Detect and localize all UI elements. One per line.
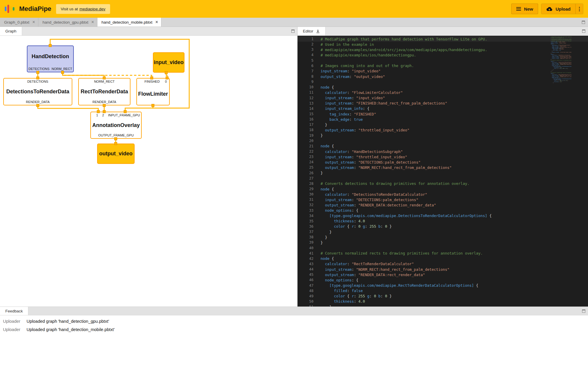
line-number: 19 xyxy=(298,133,313,138)
line-number: 29 xyxy=(298,187,313,191)
code-line[interactable]: 11 calculator: "FlowLimiterCalculator" xyxy=(298,90,588,95)
code-line[interactable]: 37 } xyxy=(298,229,588,234)
code-line[interactable]: 5 xyxy=(298,58,588,63)
graph-node-output-video[interactable]: output_video xyxy=(97,144,135,164)
line-content: input_stream: "throttled_input_video" xyxy=(313,155,407,159)
maximize-panel-icon[interactable] xyxy=(582,21,585,24)
graph-maximize-icon[interactable] xyxy=(291,30,295,33)
mediapipe-dev-link[interactable]: mediapipe.dev xyxy=(79,7,105,11)
code-line[interactable]: 49 color { r: 255 g: 0 b: 0 } xyxy=(298,294,588,299)
tab-close-icon[interactable]: × xyxy=(32,20,35,25)
file-tabbar: Graph_0.pbtxt×hand_detection_gpu.pbtxt×h… xyxy=(0,18,588,27)
code-line[interactable]: 43 calculator: "RectToRenderDataCalculat… xyxy=(298,261,588,267)
code-line[interactable]: 6# Images coming into and out of the gra… xyxy=(298,63,588,69)
editor-minimap[interactable]: # MediaPipe graph that performs hand det… xyxy=(551,37,571,84)
line-content: calculator: "RectToRenderDataCalculator" xyxy=(313,262,414,266)
line-content: node { xyxy=(313,256,334,261)
code-line[interactable]: 8output_stream: "output_video" xyxy=(298,74,588,79)
code-line[interactable]: 17 } xyxy=(298,122,588,127)
file-tab[interactable]: hand_detection_mobile.pbtxt× xyxy=(97,18,161,27)
code-line[interactable]: 28# Converts detections to drawing primi… xyxy=(298,181,588,186)
code-line[interactable]: 7input_stream: "input_video" xyxy=(298,69,588,74)
file-tab[interactable]: hand_detection_gpu.pbtxt× xyxy=(38,18,97,27)
code-line[interactable]: 36 color { r: 0 g: 255 b: 0 } xyxy=(298,224,588,229)
code-line[interactable]: 9 xyxy=(298,79,588,84)
port-label: DETECTIONS xyxy=(27,80,48,83)
code-line[interactable]: 47 [type.googleapis.com/mediapipe.RectTo… xyxy=(298,283,588,288)
code-line[interactable]: 40 xyxy=(298,245,588,250)
graph-node-flow-limiter[interactable]: FINISHED0FlowLimiter xyxy=(136,78,170,105)
code-line[interactable]: 15 tag_index: "FINISHED" xyxy=(298,111,588,117)
line-number: 14 xyxy=(298,107,313,111)
code-line[interactable]: 25 output_stream: "NORM_RECT:hand_rect_f… xyxy=(298,165,588,170)
graph-tab-label: Graph xyxy=(5,29,17,33)
log-source: Uploader xyxy=(3,319,20,324)
mediapipe-logo-icon xyxy=(5,4,14,14)
code-line[interactable]: 16 back_edge: true xyxy=(298,117,588,122)
tabbar-right xyxy=(582,18,588,27)
code-line[interactable]: 12 input_stream: "input_video" xyxy=(298,95,588,101)
code-line[interactable]: 42node { xyxy=(298,256,588,261)
line-content: } xyxy=(313,171,323,175)
code-line[interactable]: 3# mediapipie/examples/android/src/java/… xyxy=(298,47,588,52)
code-line[interactable]: 45 output_stream: "RENDER_DATA:rect_rend… xyxy=(298,272,588,277)
code-line[interactable]: 35 thickness: 4.0 xyxy=(298,219,588,224)
code-line[interactable]: 21node { xyxy=(298,144,588,149)
code-line[interactable]: 48 filled: false xyxy=(298,288,588,294)
code-line[interactable]: 39} xyxy=(298,240,588,245)
code-line[interactable]: 29node { xyxy=(298,186,588,192)
line-number: 40 xyxy=(298,246,313,250)
graph-canvas[interactable]: HandDetectionDETECTIONSNORM_RECTinput_vi… xyxy=(0,36,297,307)
code-line[interactable]: 27 xyxy=(298,176,588,181)
code-line[interactable]: 22 calculator: "HandDetectionSubgraph" xyxy=(298,149,588,154)
code-line[interactable]: 18 output_stream: "throttled_input_video… xyxy=(298,127,588,133)
code-line[interactable]: 32 output_stream: "RENDER_DATA:detection… xyxy=(298,202,588,208)
code-line[interactable]: 2# Used in the example in xyxy=(298,42,588,47)
code-line[interactable]: 26} xyxy=(298,170,588,176)
code-line[interactable]: 51 } xyxy=(298,304,588,307)
graph-node-detections-to-render-data[interactable]: DETECTIONSDetectionsToRenderDataRENDER_D… xyxy=(3,78,72,105)
tab-close-icon[interactable]: × xyxy=(91,20,94,25)
code-line[interactable]: 44 input_stream: "NORM_RECT:hand_rect_fr… xyxy=(298,267,588,272)
file-tab[interactable]: Graph_0.pbtxt× xyxy=(0,18,38,27)
line-content: input_stream: "NORM_RECT:hand_rect_from_… xyxy=(313,267,450,272)
code-line[interactable]: 4# mediapipie/examples/ios/handdetection… xyxy=(298,52,588,58)
code-editor[interactable]: 1# MediaPipe graph that performs hand de… xyxy=(298,36,588,307)
code-line[interactable]: 23 input_stream: "throttled_input_video" xyxy=(298,154,588,159)
graph-node-input-video[interactable]: input_video xyxy=(153,52,184,73)
tab-feedback[interactable]: Feedback xyxy=(0,307,28,315)
tab-close-icon[interactable]: × xyxy=(155,20,158,25)
port-label: FINISHED xyxy=(145,80,160,83)
code-line[interactable]: 14 input_stream_info: { xyxy=(298,106,588,111)
download-icon[interactable] xyxy=(316,29,320,33)
new-button[interactable]: New xyxy=(511,4,538,14)
code-line[interactable]: 1# MediaPipe graph that performs hand de… xyxy=(298,36,588,42)
code-line[interactable]: 20 xyxy=(298,138,588,144)
code-line[interactable]: 24 output_stream: "DETECTIONS:palm_detec… xyxy=(298,159,588,165)
code-line[interactable]: 50 thickness: 4.0 xyxy=(298,299,588,304)
graph-node-rect-to-render-data[interactable]: NORM_RECTRectToRenderDataRENDER_DATA xyxy=(78,78,130,105)
code-line[interactable]: 46 node_options: { xyxy=(298,277,588,283)
upload-button[interactable]: Upload xyxy=(541,4,575,14)
code-line[interactable]: 31 input_stream: "DETECTIONS:palm_detect… xyxy=(298,197,588,202)
graph-node-hand-detection[interactable]: HandDetectionDETECTIONSNORM_RECT xyxy=(27,45,74,72)
code-line[interactable]: 30 calculator: "DetectionsToRenderDataCa… xyxy=(298,192,588,197)
more-options-icon[interactable]: ⋮ xyxy=(575,4,583,14)
code-line[interactable]: 34 [type.googleapis.com/mediapipe.Detect… xyxy=(298,213,588,219)
feedback-maximize-icon[interactable] xyxy=(582,309,585,313)
line-number: 8 xyxy=(298,74,313,79)
tab-editor[interactable]: Editor xyxy=(298,27,326,35)
port-label: 1 xyxy=(96,113,98,117)
code-line[interactable]: 33 node_options: { xyxy=(298,208,588,213)
code-line[interactable]: 41# Converts normalized rects to drawing… xyxy=(298,251,588,256)
graph-panel-strip: Graph xyxy=(0,27,297,36)
node-ports-top: 12INPUT_FRAME_GPU xyxy=(91,112,141,117)
graph-node-annotation-overlay[interactable]: 12INPUT_FRAME_GPUAnnotationOverlayOUTPUT… xyxy=(90,112,142,139)
line-number: 20 xyxy=(298,139,313,143)
editor-maximize-icon[interactable] xyxy=(582,30,585,33)
code-line[interactable]: 10node { xyxy=(298,84,588,90)
code-line[interactable]: 13 input_stream: "FINISHED:hand_rect_fro… xyxy=(298,101,588,106)
code-line[interactable]: 38 } xyxy=(298,234,588,240)
tab-graph[interactable]: Graph xyxy=(0,27,22,35)
code-line[interactable]: 19} xyxy=(298,133,588,138)
